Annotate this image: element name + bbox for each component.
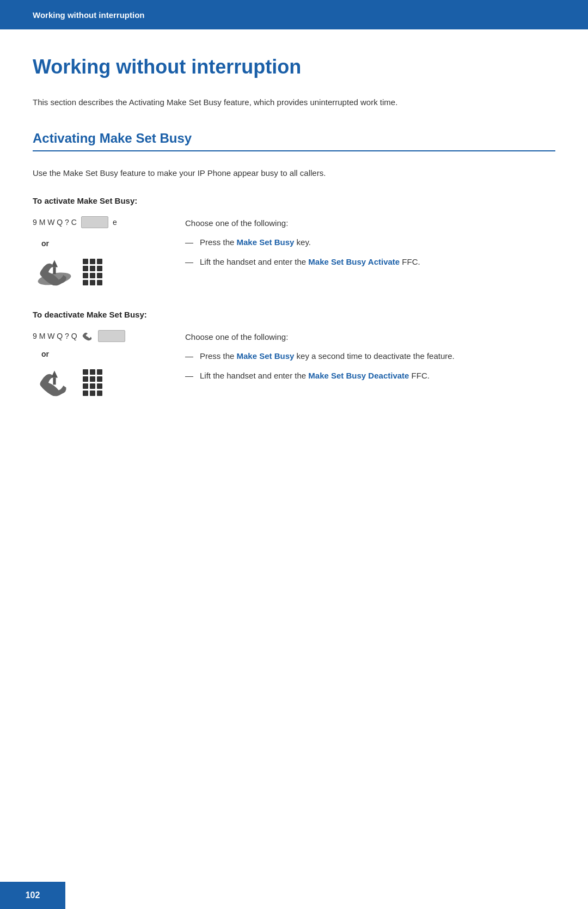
handset-icon xyxy=(33,255,76,288)
activate-instruction-1: — Press the Make Set Busy key. xyxy=(185,236,555,249)
activate-ffc-key: Make Set Busy Activate xyxy=(308,257,400,266)
deactivate-instruction-2-text: Lift the handset and enter the Make Set … xyxy=(200,369,430,382)
svg-marker-3 xyxy=(51,371,58,378)
dash-3: — xyxy=(185,350,193,363)
svg-rect-4 xyxy=(53,377,56,385)
keypad-icon xyxy=(83,259,102,285)
intro-paragraph: This section describes the Activating Ma… xyxy=(33,96,403,109)
deactivate-block: 9 M W Q ? Q or xyxy=(33,330,555,399)
deactivate-ffc-key: Make Set Busy Deactivate xyxy=(308,371,409,380)
deactivate-or-label: or xyxy=(41,350,49,358)
activate-instructions: Choose one of the following: — Press the… xyxy=(185,216,555,275)
deactivate-instruction-1: — Press the Make Set Busy key a second t… xyxy=(185,350,555,363)
activate-display-e: e xyxy=(113,218,117,227)
activate-instruction-2-text: Lift the handset and enter the Make Set … xyxy=(200,255,420,269)
deactivate-instruction-2: — Lift the handset and enter the Make Se… xyxy=(185,369,555,382)
footer-bar: 102 xyxy=(0,882,65,909)
dash-1: — xyxy=(185,236,193,249)
deactivate-instruction-1-text: Press the Make Set Busy key a second tim… xyxy=(200,350,455,363)
deactivate-diagram: 9 M W Q ? Q or xyxy=(33,330,163,399)
phone-inline-icon xyxy=(81,330,95,342)
deactivate-display-row: 9 M W Q ? Q xyxy=(33,330,125,342)
deactivate-instruction-list: — Press the Make Set Busy key a second t… xyxy=(185,350,555,382)
activate-display-code: 9 M W Q ? C xyxy=(33,218,77,227)
activate-choose-text: Choose one of the following: xyxy=(185,216,555,230)
main-content: Working without interruption This sectio… xyxy=(0,29,588,453)
deactivate-choose-text: Choose one of the following: xyxy=(185,330,555,344)
activate-block: 9 M W Q ? C e or xyxy=(33,216,555,288)
section-heading: Activating Make Set Busy xyxy=(33,131,555,151)
deactivate-handset-keypad-row xyxy=(33,366,102,399)
activate-label: To activate Make Set Busy: xyxy=(33,196,555,205)
deactivate-display-code: 9 M W Q ? Q xyxy=(33,332,77,340)
activate-instruction-1-text: Press the Make Set Busy key. xyxy=(200,236,311,249)
dash-2: — xyxy=(185,255,193,269)
deactivate-key-1: Make Set Busy xyxy=(237,351,295,361)
header-bar-title: Working without interruption xyxy=(33,10,145,20)
activate-display-row: 9 M W Q ? C e xyxy=(33,216,117,228)
activate-or-label: or xyxy=(41,239,49,248)
dash-4: — xyxy=(185,369,193,382)
deactivate-display-box xyxy=(98,330,125,342)
page-title: Working without interruption xyxy=(33,56,555,78)
deactivate-handset-icon xyxy=(33,366,76,399)
activate-handset-keypad-row xyxy=(33,255,102,288)
activate-key-1: Make Set Busy xyxy=(237,237,295,247)
deactivate-instructions: Choose one of the following: — Press the… xyxy=(185,330,555,389)
footer-page-number: 102 xyxy=(26,890,40,900)
activate-instruction-2: — Lift the handset and enter the Make Se… xyxy=(185,255,555,269)
deactivate-keypad-icon xyxy=(83,369,102,396)
activate-instruction-list: — Press the Make Set Busy key. — Lift th… xyxy=(185,236,555,269)
header-bar: Working without interruption xyxy=(0,0,588,29)
activate-diagram: 9 M W Q ? C e or xyxy=(33,216,163,288)
svg-rect-2 xyxy=(53,267,56,274)
activate-display-box xyxy=(81,216,108,228)
deactivate-label: To deactivate Make Set Busy: xyxy=(33,310,555,319)
section-description: Use the Make Set Busy feature to make yo… xyxy=(33,167,468,180)
